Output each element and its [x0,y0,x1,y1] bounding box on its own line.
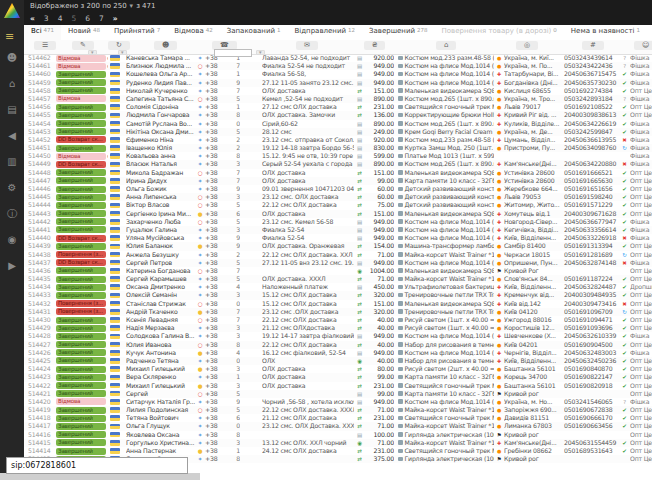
phone-number[interactable]: +38 [205,390,227,398]
order-comment[interactable]: 27.12 11-05 занято 23.12 смс. ... [262,79,354,87]
phone-number[interactable]: +38 [205,291,227,299]
status-cell[interactable]: DD Возврат ск... [56,234,108,242]
first-page-button[interactable]: « [30,12,35,25]
table-row[interactable]: 514458ЗавершенийНиколай Кучеренко✶+387ОЛ… [24,87,652,95]
phone-number[interactable]: +38 [205,406,227,414]
status-cell[interactable]: Відмова⊘ [56,62,108,70]
order-comment[interactable]: 27.12 смс ОЛХ доставка [262,103,354,111]
phone-number[interactable]: +38 [205,152,227,160]
col-comment-icon[interactable]: ✉ [296,41,318,50]
table-row[interactable]: 514426ЗавершенийКучук Антонина●+38416.12… [24,349,652,357]
order-comment[interactable]: Лаванда 52-54, не подходит [262,54,354,62]
table-row[interactable]: 514459ЗавершенийРуденко Лидия Пав...✶+38… [24,79,652,87]
phone-number[interactable]: +38 [205,201,227,209]
table-row[interactable]: 514441ЗавершенийГуцалюк Галина✶+383Фиалк… [24,226,652,234]
phone-number[interactable]: +38 [205,62,227,70]
product-name[interactable]: Костюм на флисе Мод.1014 (1ш... [398,349,494,357]
status-cell[interactable]: Завершений [56,267,108,275]
status-cell[interactable]: Відмова [56,95,108,103]
table-row[interactable]: 514456ЗавершенийСоломія Сідоніна✶+38127.… [24,103,652,111]
phone-number[interactable]: +38 [205,275,227,283]
product-name[interactable]: Майка-корсет Waist Trainer *142... [398,406,494,414]
phone-number[interactable]: +38 [205,324,227,332]
product-name[interactable]: Рисуй светом (2шт. х 40.00 = 80... [398,365,494,373]
client-name[interactable]: Катерина Богданова [126,267,196,275]
product-name[interactable]: Костюм на флисе Мод.1014 (1ш... [398,398,494,406]
tracking-number[interactable]: 0501691093696 [564,324,620,332]
status-cell[interactable]: Відмова⊘ [56,152,108,160]
status-cell[interactable]: DD Возврат ск... [56,136,108,144]
client-name[interactable]: Близнюк Людмила ... [126,62,196,70]
table-row[interactable]: 514423ЗавершенийВера Скляренко✶+381ОЛХ д… [24,373,652,381]
tracking-number[interactable]: 20450632610339 [564,332,620,340]
col-payment-icon[interactable]: ₴ [364,41,385,50]
table-row[interactable]: 514421ЗавершенийСергей○+385▤99.00Карта п… [24,390,652,398]
product-name[interactable]: Светящийся гоночный трек Ма... [398,414,494,422]
order-comment[interactable]: ОЛХ доставка [262,169,354,177]
product-name[interactable]: Костюм на флисе Мод.1014 (1ш... [398,70,494,78]
tracking-number[interactable]: 20450631554459 [564,439,620,447]
contacts-icon[interactable]: ☻ [7,52,17,63]
order-comment[interactable]: ОЛХ доставка [262,365,354,373]
table-row[interactable]: 514429ЗавершенийНадія Мерзаєва✶+38321.12… [24,324,652,332]
phone-number[interactable]: +38 [205,218,227,226]
phone-number[interactable]: +38 [205,251,227,259]
phone-number[interactable]: +38 [205,414,227,422]
tracking-number[interactable]: 0501691094471 [564,316,620,324]
product-name[interactable]: Костюм на флисе Мод.1014 (1ш... [398,226,494,234]
tracking-number[interactable]: 20450632450236 [564,357,620,365]
status-cell[interactable]: Завершений [56,349,108,357]
order-comment[interactable]: 23.12 смс. ОЛХ Доставка. ХХХ... [262,422,354,430]
table-row[interactable]: 514451ЗавершенийІващенко Юлія✶+38219.12 … [24,144,652,152]
order-comment[interactable]: ОЛХ доставка. ХХХЛ [262,275,354,283]
tracking-number[interactable]: 20450634220880 [564,160,620,168]
product-name[interactable]: Костюм на флисе Мод.1014 (1ш... [398,332,494,340]
client-name[interactable]: Сергей Петров [126,259,196,267]
tab-8[interactable]: Нема в наявності1 [564,25,647,41]
order-comment[interactable]: ОЛХ [262,357,354,365]
page-button[interactable]: 3 [44,12,49,25]
tracking-number[interactable]: 0501690840870 [564,365,620,373]
product-name[interactable]: Детский развивающий констру... [398,201,494,209]
client-name[interactable]: Людмила Гончарова [126,111,196,119]
phone-number[interactable]: +38 [205,398,227,406]
client-name[interactable]: Юлия Баланюк [126,242,196,250]
status-cell[interactable]: Повернення (з... [56,308,108,316]
phone-number[interactable]: +38 [205,373,227,381]
status-cell[interactable]: Завершений [56,79,108,87]
table-row[interactable]: 514438Повернення (з...Анжела Безушку✶+38… [24,251,652,259]
client-name[interactable]: Соломія Сідоніна [126,103,196,111]
client-name[interactable]: Микола Бадражан [126,169,196,177]
order-comment[interactable]: Кемел ,52-54 не подходит [262,95,354,103]
product-name[interactable]: Маленькая видеокамера SQ8 *... [398,300,494,308]
product-name[interactable]: Майка-корсет Waist Trainer *142... [398,275,494,283]
order-comment[interactable]: ОЛХ доставка [262,177,354,185]
tracking-number[interactable]: 0501691666521 [564,169,620,177]
settings-icon[interactable]: ⚙ [8,182,17,193]
order-comment[interactable]: 22.12 смс ОЛХ доставка. ХХХЛ [262,406,354,414]
client-name[interactable]: Солодкова Галина В... [126,332,196,340]
tracking-number[interactable]: 0503243422436 [564,62,620,70]
page-button[interactable]: 4 [58,12,63,25]
table-row[interactable]: 514439ЗавершенийЮлия Баланюк●+389ОЛХ дос… [24,242,652,250]
client-name[interactable]: Кучук Антонина [126,349,196,357]
tracking-number[interactable]: 0501692274384 [564,87,620,95]
page-button[interactable]: 5 [71,12,76,25]
client-name[interactable]: Єфименко Ніна [126,136,196,144]
status-cell[interactable]: Завершений [56,316,108,324]
phone-number[interactable]: +38 [205,422,227,430]
tab-4[interactable]: Запакований1 [220,25,288,41]
tracking-number[interactable]: 0501691651656 [564,185,620,193]
product-name[interactable]: Детский развивающий констру... [398,185,494,193]
phone-number[interactable]: +38 [205,169,227,177]
order-comment[interactable]: 22.12 смс ОЛХ доставка [262,201,354,209]
product-name[interactable]: Платье Мод 1013 (1шт. х 599.00... [398,152,494,160]
col-source-icon[interactable]: ☺ [634,41,652,50]
status-cell[interactable]: Завершений [56,103,108,111]
order-comment[interactable]: 13.12 смс ОЛХ. ХХЛ чорний [262,439,354,447]
product-name[interactable]: Светящийся гоночный трек Ма... [398,447,494,455]
status-cell[interactable]: Завершений [56,283,108,291]
client-name[interactable]: Анна Пастернак [126,447,196,455]
table-row[interactable]: 514437DD Возврат ск...Сергей Петров✶+385… [24,259,652,267]
phone-number[interactable]: +38 [205,185,227,193]
